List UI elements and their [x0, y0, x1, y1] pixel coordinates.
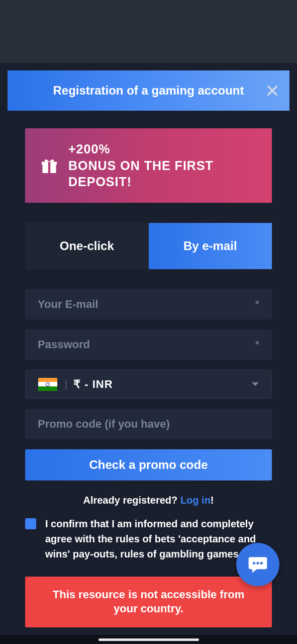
- consent-row: I confirm that I am informed and complet…: [25, 516, 272, 561]
- tab-by-email[interactable]: By e-mail: [149, 223, 272, 269]
- password-row: *: [25, 330, 272, 360]
- login-suffix: !: [211, 495, 214, 506]
- tab-one-click[interactable]: One-click: [25, 223, 149, 269]
- svg-point-3: [253, 562, 255, 565]
- bonus-percent: +200%: [68, 141, 257, 157]
- chevron-down-icon: [252, 382, 259, 386]
- currency-selector[interactable]: | ₹ - INR: [25, 370, 272, 399]
- required-mark: *: [255, 298, 259, 311]
- close-button[interactable]: [264, 83, 280, 99]
- bonus-description: BONUS ON THE FIRST DEPOSIT!: [68, 157, 257, 190]
- login-link[interactable]: Log in: [180, 495, 211, 506]
- chat-icon: [247, 553, 269, 576]
- flag-india-icon: [38, 378, 57, 391]
- svg-point-5: [260, 562, 263, 565]
- svg-rect-2: [48, 162, 51, 173]
- close-icon: [265, 84, 279, 98]
- separator: |: [65, 378, 67, 390]
- country-error-banner: This resource is not accessible from you…: [25, 577, 272, 627]
- registration-tabs: One-click By e-mail: [25, 223, 272, 269]
- chat-fab[interactable]: [236, 543, 279, 586]
- currency-label: ₹ - INR: [73, 378, 113, 391]
- svg-point-4: [256, 562, 259, 565]
- check-promo-button[interactable]: Check a promo code: [25, 449, 272, 480]
- consent-checkbox[interactable]: [25, 518, 36, 529]
- promo-row: [25, 409, 272, 439]
- bonus-text: +200% BONUS ON THE FIRST DEPOSIT!: [68, 141, 257, 190]
- required-mark: *: [255, 338, 259, 351]
- status-area: [0, 0, 297, 63]
- registration-form: * * | ₹ - INR Check a promo code: [25, 289, 272, 645]
- home-indicator: [98, 638, 199, 641]
- email-input[interactable]: [38, 298, 259, 311]
- login-prefix: Already registered?: [83, 495, 180, 506]
- email-row: *: [25, 289, 272, 319]
- consent-text: I confirm that I am informed and complet…: [45, 516, 272, 561]
- bonus-banner: +200% BONUS ON THE FIRST DEPOSIT!: [25, 128, 272, 203]
- password-input[interactable]: [38, 338, 259, 351]
- modal-header: Registration of a gaming account: [8, 70, 289, 111]
- modal-title: Registration of a gaming account: [53, 84, 244, 98]
- login-line: Already registered? Log in!: [25, 495, 272, 506]
- gift-icon: [40, 156, 58, 175]
- promo-input[interactable]: [38, 418, 259, 431]
